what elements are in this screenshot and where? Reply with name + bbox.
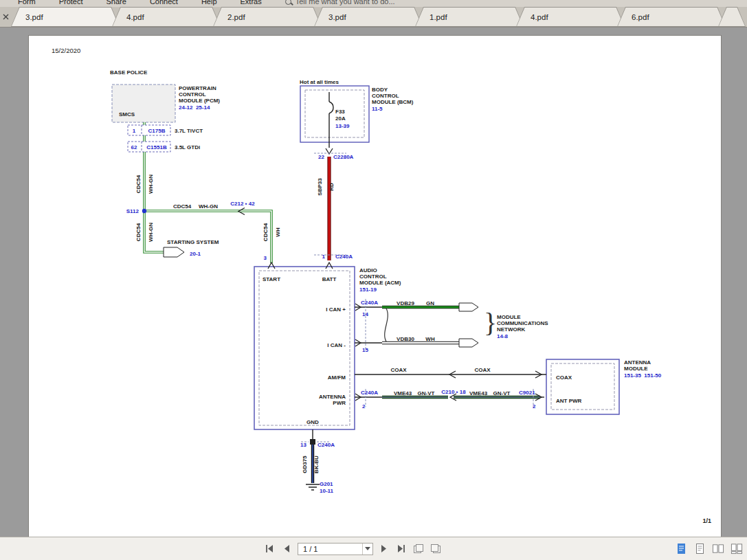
connector-c212: C212 ▪ 42 [230,201,255,207]
overlapping-pages-icon [413,544,424,554]
continuous-facing-view-button[interactable] [731,543,743,555]
connector-c9021: C9021 [519,390,535,396]
menu-extras[interactable]: Extras [241,0,262,5]
tab-5[interactable]: 1.pdf [415,7,524,27]
page-number-label: 1/1 [702,517,711,524]
antenna-module-box [546,359,619,414]
network-label-1: MODULE [497,314,521,320]
acm-title-1: AUDIO [359,267,377,273]
assistant-search[interactable]: Tell me what you want to do... [285,0,395,5]
menu-help[interactable]: Help [201,0,217,5]
tab-1[interactable]: 3.pdf [11,7,120,27]
acm-ref: 151-19 [359,287,377,293]
next-page-button[interactable] [378,543,390,555]
acm-title-2: CONTROL [359,273,387,280]
wire-label-rd: RD [328,183,335,191]
continuous-view-icon [695,543,705,555]
close-tab-button[interactable] [0,7,11,27]
previous-view-button[interactable] [412,543,425,555]
tab-2[interactable]: 4.pdf [112,7,221,27]
c175b-pin: 1 [133,128,136,134]
gnd-pin-13: 13 [300,442,306,448]
tab-4[interactable]: 3.pdf [314,7,423,27]
wire-label-gn: GN [426,300,434,306]
wire-label-vdb29: VDB29 [397,300,414,306]
last-page-button[interactable] [395,543,408,555]
gnd-connector-c240a: C240A [317,442,335,448]
close-icon [3,14,9,20]
chevron-down-icon [365,547,370,550]
tab-6-label: 4.pdf [531,13,548,21]
pcm-page-refs: 24-12 25-14 [179,104,210,111]
tab-2-label: 4.pdf [126,13,144,21]
facing-view-button[interactable] [712,543,724,555]
continuous-view-button[interactable] [693,543,706,555]
antenna-coax-pin-label: COAX [556,374,572,381]
page-dropdown-button[interactable] [362,544,372,555]
antenna-title-1: ANTENNA [624,359,651,366]
menu-share[interactable]: Share [107,0,126,5]
gnd-connector-square [310,439,315,445]
tab-3-label: 2.pdf [227,13,245,21]
can-connector-c240a: C240A [361,300,378,306]
previous-page-button[interactable] [280,543,293,555]
menu-connect[interactable]: Connect [150,0,178,5]
starting-system-connector-arrow [164,247,184,257]
hot-at-all-times-label: Hot at all times [300,79,339,85]
c175b-note: 3.7L TiVCT [175,128,203,134]
c1551b-name: C1551B [146,144,167,150]
wire-label-cdc54-1: CDC54 [135,175,142,193]
diagram-date: 15/2/2020 [52,47,80,54]
bcm-title-3: MODULE (BCM) [372,99,414,105]
wire-label-wh-2: WH [425,336,435,342]
ant-pin-2b: 2 [533,403,536,410]
acm-pin-1: 1 [322,254,326,260]
wire-label-gd375: GD375 [302,456,308,473]
menu-protect[interactable]: Protect [59,0,83,5]
page-navigation: 1 / 1 [263,537,442,560]
acm-batt-label: BATT [322,276,337,282]
view-mode-buttons [675,537,743,560]
wire-label-sbp33: SBP33 [317,178,323,196]
document-canvas: 15/2/2020 BASE POLICE POWERTRAIN CONTROL… [0,27,747,537]
pcm-smcs-label: SMCS [119,111,135,117]
tab-6[interactable]: 4.pdf [516,7,625,27]
page-number-input[interactable]: 1 / 1 [298,543,373,555]
c1551b-note: 3.5L GTDi [175,144,200,150]
can-minus-network-arrow [459,339,478,347]
network-brace: } [484,307,497,338]
can-plus-network-arrow [459,303,478,311]
tab-8-partial[interactable] [718,7,746,27]
wire-label-vdb30: VDB30 [397,336,414,342]
wire-label-bkbu: BK-BU [313,456,320,473]
connector-c2280a: C2280A [333,154,354,160]
connector-c210: C210 ▪ 18 [441,389,466,395]
wire-label-whgn-3: WH-GN [148,223,154,242]
hot-at-all-times-box [300,86,369,142]
single-page-view-icon [676,543,687,555]
wire-label-cdc54-2: CDC54 [173,203,192,210]
pdf-reader-window: Form Protect Share Connect Help Extras T… [0,0,747,560]
acm-pin-3: 3 [264,255,267,261]
bcm-pin-22: 22 [318,154,324,160]
pcm-title-2: CONTROL [179,91,206,98]
antenna-refs: 151-35 151-50 [624,372,662,379]
wire-label-whgn-1: WH-GN [148,175,154,194]
first-page-button[interactable] [263,543,276,555]
pdf-page: 15/2/2020 BASE POLICE POWERTRAIN CONTROL… [29,36,721,537]
tab-3[interactable]: 2.pdf [213,7,322,27]
wire-label-vme43-1: VME43 [394,390,412,396]
wire-label-gnvt-2: GN-VT [493,390,511,396]
acm-ican-plus-label: I CAN + [326,306,346,313]
c175b-name: C175B [148,128,166,134]
menu-form[interactable]: Form [18,0,36,5]
network-label-2: COMMUNICATIONS [497,320,548,326]
next-view-button[interactable] [430,543,442,555]
facing-view-icon [712,543,724,555]
single-page-view-button[interactable] [675,543,687,555]
tab-7[interactable]: 6.pdf [617,7,726,27]
next-page-icon [380,544,388,553]
ant-connector-c240a: C240A [361,390,378,396]
bcm-title-1: BODY [372,87,388,93]
network-ref: 14-8 [497,333,509,339]
